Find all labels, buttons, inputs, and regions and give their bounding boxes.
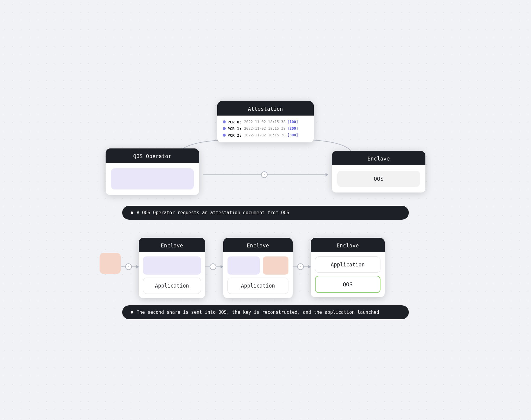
arrow-head-s1: [136, 265, 139, 269]
h-line-2: [268, 174, 326, 175]
section-attestation: Attestation PCR 0: 2022-11-02 18:15:38 […: [100, 101, 431, 220]
attestation-title: Attestation: [248, 106, 283, 112]
qos-operator-body: [106, 163, 199, 195]
attestation-header: Attestation: [217, 101, 314, 116]
pcr-row-1: PCR 1: 2022-11-02 18:15:38 [200]: [223, 126, 308, 131]
section1-caption: A QOS Operator requests an attestation d…: [122, 206, 409, 220]
section2-caption: The second share is sent into QOS, the k…: [122, 305, 409, 319]
arrow-circle-1: ›: [261, 171, 268, 178]
enclave-card-1: Enclave QOS: [332, 151, 425, 192]
pcr-value-2: [300]: [287, 133, 298, 137]
enclave-body-1: QOS: [332, 165, 425, 192]
enclave-header-1: Enclave: [332, 151, 425, 165]
pcr-date-1: 2022-11-02 18:15:38: [244, 126, 285, 131]
enclave-sm-header-3: Enclave: [311, 238, 385, 252]
arrow-head-s2: [221, 265, 223, 269]
pcr-dot-0: [223, 120, 226, 123]
h-line-s3: [293, 266, 297, 267]
application-box-3: Application: [315, 256, 380, 273]
section-three-enclaves: › Enclave Application ›: [100, 238, 431, 319]
enclave-card-sm-2: Enclave Application: [223, 238, 293, 298]
application-box-2: Application: [227, 278, 288, 294]
enclave-sm-body-1: Application: [139, 252, 205, 298]
h-line-s3b: [304, 266, 308, 267]
pcr-row-2: PCR 2: 2022-11-02 18:15:38 [300]: [223, 133, 308, 138]
pcr-label-1: PCR 1:: [227, 126, 242, 131]
arrow-head-1: [326, 173, 328, 177]
h-line-s2b: [216, 266, 221, 267]
caption-dot-2: [131, 311, 133, 313]
pcr-date-2: 2022-11-02 18:15:38: [244, 133, 285, 137]
salmon-sm-2: [263, 256, 288, 275]
enclave-card-sm-1: Enclave Application: [139, 238, 205, 298]
h-line-s1b: [132, 266, 136, 267]
salmon-standalone-box: [100, 253, 121, 274]
pcr-dot-2: [223, 134, 226, 137]
purple-block-operator: [111, 168, 194, 189]
enclave-sm-title-2: Enclave: [247, 243, 269, 249]
enclave-sm-title-1: Enclave: [161, 243, 183, 249]
pcr-date-0: 2022-11-02 18:15:38: [244, 120, 285, 124]
arrow-circle-s2: ›: [210, 263, 216, 270]
qos-operator-title: QOS Operator: [133, 153, 172, 159]
purple-sm-2: [227, 256, 260, 275]
arrow-head-s3: [308, 265, 311, 269]
pcr-dot-1: [223, 127, 226, 130]
pcr-value-0: [100]: [287, 120, 298, 124]
purple-sm-1: [143, 256, 201, 275]
application-box-1: Application: [143, 278, 201, 294]
h-line-s2: [205, 266, 210, 267]
section1-caption-text: A QOS Operator requests an attestation d…: [137, 210, 289, 215]
pcr-label-0: PCR 0:: [227, 120, 242, 124]
qos-operator-header: QOS Operator: [106, 148, 199, 163]
enclave-sm-header-2: Enclave: [223, 238, 293, 252]
enclave-sm-body-3: Application QOS: [311, 252, 385, 297]
qos-inner-label: QOS: [337, 171, 420, 187]
h-line-s1: [121, 266, 125, 267]
caption-dot-1: [131, 212, 133, 214]
enclave-inner-row-2: [227, 256, 288, 275]
qos-operator-card: QOS Operator: [106, 148, 199, 195]
qos-box-3: QOS: [315, 276, 380, 293]
pcr-value-1: [200]: [287, 126, 298, 131]
arrow-circle-s3: ›: [297, 263, 304, 270]
three-enclave-row: › Enclave Application ›: [100, 238, 431, 298]
enclave-sm-title-3: Enclave: [336, 243, 359, 249]
enclave-card-sm-3: Enclave Application QOS: [311, 238, 385, 297]
pcr-label-2: PCR 2:: [227, 133, 242, 138]
enclave-sm-body-2: Application: [223, 252, 293, 298]
h-line-1: [203, 174, 261, 175]
enclave-title-1: Enclave: [367, 156, 390, 162]
attestation-card: Attestation PCR 0: 2022-11-02 18:15:38 […: [217, 101, 314, 142]
main-container: Attestation PCR 0: 2022-11-02 18:15:38 […: [100, 83, 431, 337]
enclave-sm-header-1: Enclave: [139, 238, 205, 252]
section2-caption-text: The second share is sent into QOS, the k…: [137, 310, 379, 315]
arrow-circle-s1: ›: [125, 263, 132, 270]
attestation-body: PCR 0: 2022-11-02 18:15:38 [100] PCR 1: …: [217, 116, 314, 142]
pcr-row-0: PCR 0: 2022-11-02 18:15:38 [100]: [223, 120, 308, 124]
